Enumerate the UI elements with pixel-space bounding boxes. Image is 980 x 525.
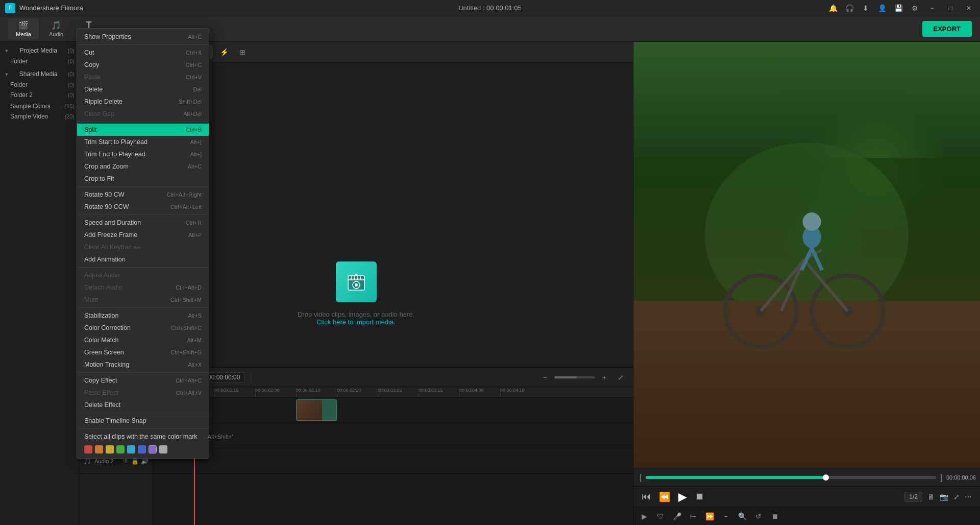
sec-loop-icon[interactable]: ↺ bbox=[752, 510, 765, 523]
ctx-rotate-ccw[interactable]: Rotate 90 CCW Ctrl+Alt+Left bbox=[77, 201, 209, 213]
close-button[interactable]: ✕ bbox=[963, 3, 975, 13]
import-line2[interactable]: Click here to import media. bbox=[298, 318, 414, 326]
progress-bar-fill bbox=[646, 476, 826, 479]
progress-bar[interactable] bbox=[646, 476, 936, 479]
bracket-right-btn[interactable]: ] bbox=[938, 473, 944, 482]
ctx-color-correction[interactable]: Color Correction Ctrl+Shift+C bbox=[77, 322, 209, 334]
ctx-speed-duration[interactable]: Speed and Duration Ctrl+R bbox=[77, 217, 209, 229]
settings-icon[interactable]: ⚙ bbox=[910, 3, 920, 13]
sec-mic-icon[interactable]: 🎤 bbox=[670, 510, 683, 523]
ctx-show-properties[interactable]: Show Properties Alt+E bbox=[77, 31, 209, 43]
progress-knob[interactable] bbox=[823, 474, 829, 481]
ctx-enable-snap[interactable]: Enable Timeline Snap bbox=[77, 415, 209, 427]
notification-icon[interactable]: 🔔 bbox=[828, 3, 838, 13]
user-icon[interactable]: 👤 bbox=[877, 3, 887, 13]
import-text: Drop video clips, images, or audio here.… bbox=[298, 311, 414, 326]
sec-play-icon[interactable]: ▶ bbox=[638, 510, 651, 523]
ctx-trim-end[interactable]: Trim End to Playhead Alt+] bbox=[77, 148, 209, 160]
color-mark-blue[interactable] bbox=[138, 445, 146, 454]
tl-zoom-out[interactable]: − bbox=[538, 370, 552, 385]
import-line1: Drop video clips, images, or audio here. bbox=[298, 311, 414, 318]
sec-shield-icon[interactable]: 🛡 bbox=[654, 510, 667, 523]
sec-split-icon[interactable]: ⊢ bbox=[687, 510, 700, 523]
more-btn[interactable]: ⋯ bbox=[965, 493, 972, 501]
sec-zoom-icon[interactable]: 🔍 bbox=[736, 510, 749, 523]
color-mark-yellow[interactable] bbox=[106, 445, 114, 454]
ctx-trim-start[interactable]: Trim Start to Playhead Alt+[ bbox=[77, 136, 209, 148]
left-sidebar: Project Media (0) Folder (0) Shared Medi… bbox=[0, 42, 79, 525]
ctx-motion-tracking[interactable]: Motion Tracking Alt+X bbox=[77, 359, 209, 371]
ctx-add-animation[interactable]: Add Animation bbox=[77, 253, 209, 266]
export-button[interactable]: EXPORT bbox=[922, 21, 972, 37]
color-mark-cyan[interactable] bbox=[127, 445, 135, 454]
ctx-delete[interactable]: Delete Del bbox=[77, 83, 209, 96]
video-preview bbox=[633, 42, 980, 468]
ctx-ripple-delete[interactable]: Ripple Delete Shift+Del bbox=[77, 96, 209, 108]
ctx-stabilization[interactable]: Stabilization Alt+S bbox=[77, 309, 209, 322]
tl-zoom-fill bbox=[554, 376, 577, 378]
skip-back-btn[interactable]: ⏮ bbox=[642, 491, 651, 502]
ctx-sep1 bbox=[77, 44, 209, 45]
svg-point-20 bbox=[803, 212, 821, 231]
ctx-rotate-cw[interactable]: Rotate 90 CW Ctrl+Alt+Right bbox=[77, 188, 209, 201]
project-media-folder[interactable]: Folder (0) bbox=[0, 56, 79, 66]
ctx-delete-effect[interactable]: Delete Effect bbox=[77, 399, 209, 411]
shared-media-section: Shared Media (0) Folder (0) Folder 2 (0) bbox=[0, 67, 79, 101]
frame-back-btn[interactable]: ⏪ bbox=[659, 491, 670, 503]
shared-media-folder[interactable]: Folder (0) bbox=[0, 80, 79, 90]
grid-view-icon[interactable]: ⊞ bbox=[235, 45, 250, 59]
sample-colors-item[interactable]: Sample Colors (15) bbox=[0, 101, 79, 111]
shared-media-header[interactable]: Shared Media (0) bbox=[0, 68, 79, 80]
ctx-copy[interactable]: Copy Ctrl+C bbox=[77, 59, 209, 71]
play-btn[interactable]: ▶ bbox=[678, 490, 687, 504]
ctx-clear-keyframes: Clear All Keyframes bbox=[77, 241, 209, 253]
filter-icon[interactable]: ⚡ bbox=[217, 45, 231, 59]
color-mark-purple[interactable] bbox=[149, 445, 157, 454]
ctx-sep4 bbox=[77, 214, 209, 215]
ctx-split[interactable]: Split Ctrl+B bbox=[77, 124, 209, 136]
screen-btn[interactable]: 🖥 bbox=[927, 493, 935, 501]
color-mark-red[interactable] bbox=[84, 445, 92, 454]
save-icon[interactable]: 💾 bbox=[893, 3, 903, 13]
import-clapper-icon[interactable] bbox=[336, 261, 377, 302]
context-menu: Show Properties Alt+E Cut Ctrl+X Copy Ct… bbox=[77, 28, 209, 459]
project-media-header[interactable]: Project Media (0) bbox=[0, 45, 79, 56]
ctx-copy-effect[interactable]: Copy Effect Ctrl+Alt+C bbox=[77, 374, 209, 387]
playbar-right: 1/2 🖥 📷 ⤢ ⋯ bbox=[904, 492, 972, 502]
ctx-cut[interactable]: Cut Ctrl+X bbox=[77, 46, 209, 59]
maximize-button[interactable]: □ bbox=[944, 3, 957, 13]
ctx-crop-fit[interactable]: Crop to Fit bbox=[77, 173, 209, 185]
tab-media[interactable]: 🎬 Media bbox=[8, 18, 39, 40]
ctx-green-screen[interactable]: Green Screen Ctrl+Shift+G bbox=[77, 346, 209, 359]
snapshot-btn[interactable]: 📷 bbox=[940, 493, 948, 501]
tl-clip-2[interactable] bbox=[296, 399, 337, 421]
ctx-freeze-frame[interactable]: Add Freeze Frame Alt+F bbox=[77, 229, 209, 241]
headphone-icon[interactable]: 🎧 bbox=[844, 3, 854, 13]
stop-btn[interactable]: ⏹ bbox=[695, 491, 704, 502]
ctx-color-match[interactable]: Color Match Alt+M bbox=[77, 334, 209, 346]
color-mark-orange[interactable] bbox=[95, 445, 103, 454]
color-mark-green[interactable] bbox=[116, 445, 125, 454]
ctx-crop-zoom[interactable]: Crop and Zoom Alt+C bbox=[77, 160, 209, 173]
color-mark-gray[interactable] bbox=[159, 445, 167, 454]
playback-ratio[interactable]: 1/2 bbox=[904, 492, 922, 502]
title-bar: F Wondershare Filmora Untitled : 00:00:0… bbox=[0, 0, 980, 16]
audio-tab-label: Audio bbox=[49, 31, 63, 37]
shared-media-folder2[interactable]: Folder 2 (0) bbox=[0, 90, 79, 100]
sec-minus-icon[interactable]: − bbox=[719, 510, 732, 523]
tl-fullscreen[interactable]: ⤢ bbox=[614, 370, 628, 385]
tl-zoom-in[interactable]: + bbox=[597, 370, 611, 385]
bracket-left-btn[interactable]: [ bbox=[638, 473, 644, 482]
project-media-count: (0) bbox=[68, 47, 75, 54]
sec-stop2-icon[interactable]: ⏹ bbox=[768, 510, 781, 523]
sample-video-item[interactable]: Sample Video (20) bbox=[0, 111, 79, 122]
ctx-select-color-mark[interactable]: Select all clips with the same color mar… bbox=[77, 431, 209, 443]
tl-clip-2-thumb bbox=[297, 400, 322, 420]
sec-speed-icon[interactable]: ⏩ bbox=[703, 510, 716, 523]
fullscreen-btn[interactable]: ⤢ bbox=[953, 493, 960, 501]
tl-zoom-bar[interactable] bbox=[554, 376, 595, 378]
tab-audio[interactable]: 🎵 Audio bbox=[41, 18, 71, 40]
ctx-sep5 bbox=[77, 267, 209, 268]
download-icon[interactable]: ⬇ bbox=[861, 3, 871, 13]
minimize-button[interactable]: − bbox=[926, 3, 938, 13]
